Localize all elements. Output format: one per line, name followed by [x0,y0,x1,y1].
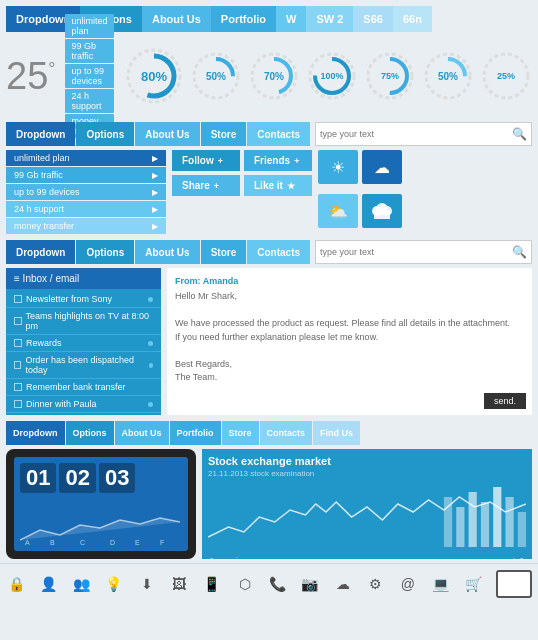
svg-rect-30 [518,512,526,547]
gauge-5: 50% [422,50,474,102]
info-item-1: 99 Gb traffic [65,39,114,63]
inbox-item-4[interactable]: Remember bank transfer [6,379,161,396]
dot-0 [148,297,153,302]
nav-options-2[interactable]: Options [76,122,134,146]
next-button[interactable]: next ⊙ [498,556,526,559]
nav-findus-4[interactable]: Find Us [313,421,360,445]
stock-navigation: ⊙ previous next ⊙ [208,556,526,559]
nav-about-4[interactable]: About Us [115,421,169,445]
nav-options-4[interactable]: Options [66,421,114,445]
hex-icon[interactable]: ⬡ [235,574,255,594]
nav-contacts-2[interactable]: Contacts [247,122,310,146]
section3-body: ≡ Inbox / email Newsletter from Sony Tea… [6,268,532,415]
nav-dropdown-4[interactable]: Dropdown [6,421,65,445]
bulb-icon[interactable]: 💡 [104,574,124,594]
gauge-label-4: 75% [381,71,399,81]
at-icon[interactable]: @ [398,574,418,594]
search-input-2[interactable] [320,129,512,139]
svg-text:C: C [80,539,85,545]
share-icon: + [214,181,219,191]
gauge-label-1: 50% [206,71,226,82]
gauges-row: 80% 50% 70% [124,46,532,106]
dot-2 [148,341,153,346]
nav-store-4[interactable]: Store [222,421,259,445]
nav-66n-1[interactable]: 66n [393,6,432,32]
prev-button[interactable]: ⊙ previous [208,556,253,559]
like-button[interactable]: Like it ★ [244,175,312,196]
download-icon[interactable]: ⬇ [137,574,157,594]
search-input-3[interactable] [320,247,512,257]
temp-value: 25 [6,55,48,98]
gauge-label-2: 70% [264,71,284,82]
plan-list: unlimited plan▶ 99 Gb traffic▶ up to 99 … [6,150,166,234]
checkbox-4[interactable] [14,383,22,391]
search-icon-btn-2[interactable]: 🔍 [512,127,527,141]
nav-about-2[interactable]: About Us [135,122,199,146]
nav-about-3[interactable]: About Us [135,240,199,264]
inbox-panel: ≡ Inbox / email Newsletter from Sony Tea… [6,268,161,415]
checkbox-3[interactable] [14,361,21,369]
image-icon[interactable]: 🖼 [169,574,189,594]
nav-options-3[interactable]: Options [76,240,134,264]
nav-dropdown-2[interactable]: Dropdown [6,122,75,146]
inbox-item-2[interactable]: Rewards [6,335,161,352]
camera-icon[interactable]: 📷 [300,574,320,594]
nav-sw2-1[interactable]: SW 2 [306,6,353,32]
nav-contacts-4[interactable]: Contacts [260,421,313,445]
nav-store-3[interactable]: Store [201,240,247,264]
checkbox-0[interactable] [14,295,22,303]
search-area-3[interactable]: 🔍 [315,240,532,264]
phone-icon[interactable]: 📞 [267,574,287,594]
inbox-item-0[interactable]: Newsletter from Sony [6,291,161,308]
tablet-icon [496,570,532,598]
cloud-icon[interactable]: ☁ [333,574,353,594]
dot-5 [148,402,153,407]
inbox-header: ≡ Inbox / email [6,268,161,289]
nav-contacts-3[interactable]: Contacts [247,240,310,264]
svg-text:A: A [25,539,30,545]
follow-button[interactable]: Follow + [172,150,240,171]
lock-icon[interactable]: 🔒 [6,574,26,594]
btn-row-1: Follow + Friends + [172,150,312,171]
nav-s66-1[interactable]: S66 [353,6,393,32]
inbox-item-5[interactable]: Dinner with Paula [6,396,161,413]
info-item-2: up to 99 devices [65,64,114,88]
checkbox-1[interactable] [14,317,22,325]
svg-rect-26 [469,492,477,547]
inbox-item-3[interactable]: Order has been dispatched today [6,352,161,379]
user-icon[interactable]: 👤 [39,574,59,594]
nav-portfolio-4[interactable]: Portfolio [170,421,221,445]
section1-body: 25 ° unlimited plan 99 Gb traffic up to … [6,36,532,116]
nav-w-1[interactable]: W [276,6,306,32]
cart-icon[interactable]: 🛒 [463,574,483,594]
nav-dropdown-3[interactable]: Dropdown [6,240,75,264]
plan-item-1: 99 Gb traffic▶ [6,167,166,183]
nav-store-2[interactable]: Store [201,122,247,146]
send-button[interactable]: send. [484,393,526,409]
monitor-icon[interactable]: 💻 [431,574,451,594]
section4: Dropdown Options About Us Portfolio Stor… [0,421,538,563]
friends-button[interactable]: Friends + [244,150,312,171]
stock-chart [208,482,526,552]
plan-item-3: 24 h support▶ [6,201,166,217]
temperature-display: 25 ° [6,55,55,98]
nav-about-1[interactable]: About Us [142,6,211,32]
gauge-1: 50% [190,50,242,102]
inbox-item-1[interactable]: Teams highlights on TV at 8:00 pm [6,308,161,335]
action-buttons: Follow + Friends + Share + Like it ★ [172,150,312,234]
share-button[interactable]: Share + [172,175,240,196]
search-area-2[interactable]: 🔍 [315,122,532,146]
gauge-label-3: 100% [320,71,343,81]
mobile-icon[interactable]: 📱 [202,574,222,594]
gauge-label-0: 80% [141,69,167,84]
svg-text:D: D [110,539,115,545]
nav-portfolio-1[interactable]: Portfolio [211,6,276,32]
checkbox-2[interactable] [14,339,22,347]
svg-text:B: B [50,539,55,545]
group-icon[interactable]: 👥 [71,574,91,594]
checkbox-5[interactable] [14,400,22,408]
search-icon-btn-3[interactable]: 🔍 [512,245,527,259]
weather-icon-2: ⛅ [318,194,358,228]
gear-icon[interactable]: ⚙ [365,574,385,594]
svg-rect-27 [481,502,489,547]
